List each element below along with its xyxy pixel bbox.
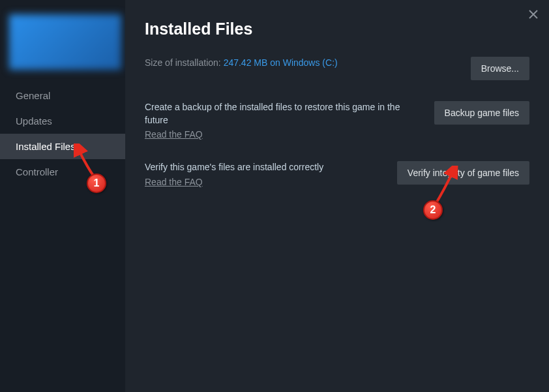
backup-faq-link[interactable]: Read the FAQ xyxy=(145,129,203,140)
annotation-badge-2: 2 xyxy=(423,200,443,220)
sidebar-item-general[interactable]: General xyxy=(0,83,125,108)
page-title: Installed Files xyxy=(145,20,529,38)
verify-desc: Verify this game's files are installed c… xyxy=(145,161,384,174)
properties-window: General Updates Installed Files Controll… xyxy=(0,0,549,392)
verify-text: Verify this game's files are installed c… xyxy=(145,161,397,188)
verify-row: Verify this game's files are installed c… xyxy=(145,161,529,188)
size-row: Size of installation: 247.42 MB on Windo… xyxy=(145,57,529,80)
backup-row: Create a backup of the installed files t… xyxy=(145,101,529,140)
sidebar-item-updates[interactable]: Updates xyxy=(0,108,125,134)
annotation-badge-1-wrap: 1 xyxy=(87,173,106,193)
size-text: Size of installation: 247.42 MB on Windo… xyxy=(145,57,471,68)
sidebar: General Updates Installed Files Controll… xyxy=(0,0,125,392)
sidebar-item-installed-files[interactable]: Installed Files xyxy=(0,134,125,159)
size-value: 247.42 MB on Windows (C:) xyxy=(224,57,338,68)
backup-desc: Create a backup of the installed files t… xyxy=(145,101,419,127)
game-banner-image xyxy=(9,14,121,70)
verify-faq-link[interactable]: Read the FAQ xyxy=(145,177,203,187)
backup-text: Create a backup of the installed files t… xyxy=(145,101,434,140)
sidebar-item-controller[interactable]: Controller xyxy=(0,159,125,185)
backup-button[interactable]: Backup game files xyxy=(434,101,529,125)
annotation-badge-2-wrap: 2 xyxy=(423,200,443,220)
close-icon xyxy=(529,10,538,19)
close-button[interactable] xyxy=(527,8,540,21)
main-panel: Installed Files Size of installation: 24… xyxy=(125,0,549,392)
verify-integrity-button[interactable]: Verify integrity of game files xyxy=(397,161,529,185)
annotation-badge-1: 1 xyxy=(87,173,106,193)
size-label: Size of installation: xyxy=(145,57,224,68)
browse-button[interactable]: Browse... xyxy=(471,57,529,80)
